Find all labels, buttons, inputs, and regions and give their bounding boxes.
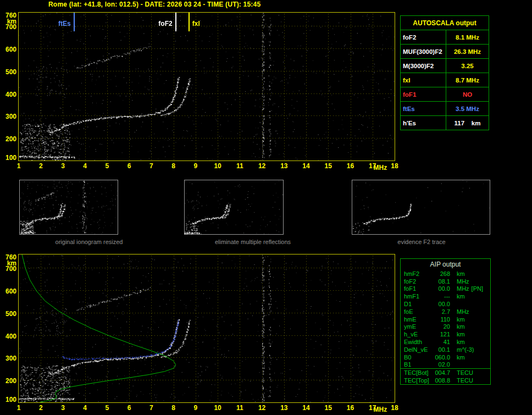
top-y-tick-label: 300 bbox=[2, 113, 16, 120]
tec-row-TEC[Top]: TEC[Top]008.8TECU bbox=[401, 377, 490, 384]
autoscala-param-value: NO bbox=[446, 87, 489, 101]
top-x-tick-label: 13 bbox=[280, 163, 287, 169]
bottom-x-tick-label: 13 bbox=[280, 405, 287, 411]
thumbnail-original-ionogram bbox=[19, 180, 118, 235]
aip-param-extra: [PN] bbox=[469, 285, 483, 292]
aip-param-value: 00.0 bbox=[431, 285, 450, 292]
top-y-tick-label: 400 bbox=[2, 91, 16, 98]
bottom-x-tick-label: 3 bbox=[61, 405, 65, 411]
aip-param-unit: km bbox=[450, 323, 465, 330]
autoscala-app-window: Rome (lat: +41.8, lon: 012.5) - DATE: 20… bbox=[0, 0, 532, 415]
aip-row-hmF1: hmF1---km bbox=[401, 292, 490, 300]
top-y-tick-label: 500 bbox=[2, 69, 16, 75]
aip-param-value: 41 bbox=[431, 339, 450, 345]
ionogram-top-canvas bbox=[19, 13, 395, 161]
autoscala-output-title: AUTOSCALA output bbox=[401, 16, 489, 30]
tec-param-unit: TECU bbox=[450, 369, 473, 376]
autoscala-row-ftEs: ftEs3.5 MHz bbox=[401, 101, 489, 115]
thumbnail-no-multiples-canvas bbox=[185, 180, 283, 234]
aip-param-name: h_vE bbox=[401, 331, 431, 337]
aip-param-value: 00.0 bbox=[431, 301, 450, 307]
autoscala-row-foF2: foF28.1 MHz bbox=[401, 30, 489, 44]
top-x-tick-label: 2 bbox=[39, 163, 43, 169]
aip-param-value: 110 bbox=[431, 316, 450, 323]
autoscala-row-M(3000)F2: M(3000)F23.25 bbox=[401, 58, 489, 73]
top-x-tick-label: 7 bbox=[149, 163, 153, 169]
bottom-x-tick-label: 18 bbox=[391, 405, 398, 411]
bottom-x-axis-unit-label: MHz bbox=[374, 406, 387, 413]
aip-row-D1: D100.0 bbox=[401, 300, 490, 308]
autoscala-param-label: ftEs bbox=[401, 102, 446, 115]
top-x-tick-label: 16 bbox=[347, 163, 354, 169]
aip-param-unit: km bbox=[450, 331, 465, 337]
aip-row-foE: foE2.7MHz bbox=[401, 308, 490, 316]
autoscala-row-h'Es: h'Es117 km bbox=[401, 115, 489, 130]
aip-param-value: 121 bbox=[431, 331, 450, 337]
top-x-tick-label: 14 bbox=[302, 163, 309, 169]
top-x-tick-label: 18 bbox=[391, 163, 398, 169]
thumbnail-caption-no-multiples: eliminate multiple reflections bbox=[215, 239, 291, 245]
aip-param-name: B0 bbox=[401, 354, 431, 361]
bottom-x-tick-label: 4 bbox=[83, 405, 87, 411]
bottom-y-tick-label: 200 bbox=[2, 378, 16, 384]
top-x-tick-label: 4 bbox=[83, 163, 87, 169]
autoscala-param-value: 3.5 MHz bbox=[446, 102, 489, 115]
aip-param-value: 20 bbox=[431, 323, 450, 330]
aip-param-value: 08.1 bbox=[431, 278, 450, 285]
thumbnail-caption-f2-trace: evidence F2 trace bbox=[397, 239, 445, 245]
top-y-tick-label: 200 bbox=[2, 136, 16, 142]
aip-row-hmF2: hmF2268km bbox=[401, 270, 490, 278]
thumbnail-no-multiples bbox=[184, 180, 284, 235]
aip-output-panel: AIP output hmF2268kmfoF208.1MHzfoF100.0M… bbox=[400, 258, 491, 385]
autoscala-param-label: fxI bbox=[401, 73, 446, 87]
aip-param-name: hmE bbox=[401, 316, 431, 323]
aip-output-title: AIP output bbox=[401, 259, 490, 270]
aip-param-value: 00.1 bbox=[431, 346, 450, 353]
bottom-y-tick-label: 100 bbox=[2, 396, 16, 403]
aip-param-name: foE bbox=[401, 308, 431, 315]
autoscala-param-label: foF2 bbox=[401, 30, 446, 44]
aip-param-unit: km bbox=[450, 293, 465, 300]
autoscala-row-fxI: fxI8.7 MHz bbox=[401, 73, 489, 87]
aip-param-unit: MHz bbox=[450, 285, 469, 292]
aip-param-unit: km bbox=[450, 316, 465, 323]
top-x-axis-unit-label: MHz bbox=[374, 164, 387, 171]
tec-param-name: TEC[Top] bbox=[401, 377, 431, 384]
aip-row-h_vE: h_vE121km bbox=[401, 330, 490, 338]
aip-param-name: hmF1 bbox=[401, 293, 431, 300]
top-x-tick-label: 6 bbox=[128, 163, 131, 169]
aip-rows: hmF2268kmfoF208.1MHzfoF100.0MHz[PN]hmF1-… bbox=[401, 270, 490, 368]
aip-param-unit: km bbox=[450, 339, 465, 345]
autoscala-param-label: M(3000)F2 bbox=[401, 59, 446, 73]
station-header: Rome (lat: +41.8, lon: 012.5) - DATE: 20… bbox=[48, 1, 261, 8]
tec-row-TEC[Bot]: TEC[Bot]004.7TECU bbox=[401, 369, 490, 377]
bottom-x-tick-label: 2 bbox=[39, 405, 43, 411]
ionogram-plot-top bbox=[18, 12, 395, 161]
aip-row-hmE: hmE110km bbox=[401, 316, 490, 323]
top-x-tick-label: 3 bbox=[61, 163, 65, 169]
autoscala-param-label: h'Es bbox=[401, 116, 446, 130]
aip-param-name: foF2 bbox=[401, 278, 431, 285]
aip-param-value: 2.7 bbox=[431, 308, 450, 315]
thumbnail-caption-original: original ionogram resized bbox=[56, 239, 123, 245]
aip-param-value: 060.0 bbox=[431, 354, 450, 361]
bottom-x-tick-label: 12 bbox=[258, 405, 265, 411]
tec-param-name: TEC[Bot] bbox=[401, 369, 431, 376]
top-x-tick-label: 8 bbox=[171, 163, 175, 169]
top-x-tick-label: 11 bbox=[236, 163, 243, 169]
autoscala-param-value: 3.25 bbox=[446, 59, 489, 73]
bottom-y-tick-label: 300 bbox=[2, 355, 16, 362]
bottom-x-tick-label: 5 bbox=[106, 405, 109, 411]
aip-param-name: foF1 bbox=[401, 285, 431, 292]
aip-row-B1: B102.0 bbox=[401, 361, 490, 369]
top-x-tick-label: 10 bbox=[214, 163, 221, 169]
aip-param-name: Ewidth bbox=[401, 339, 431, 345]
bottom-y-tick-label: 600 bbox=[2, 288, 16, 295]
autoscala-row-foF1: foF1NO bbox=[401, 87, 489, 101]
bottom-x-tick-label: 7 bbox=[149, 405, 153, 411]
top-y-tick-label: 600 bbox=[2, 46, 16, 53]
aip-param-unit: MHz bbox=[450, 308, 469, 315]
tec-param-value: 008.8 bbox=[431, 377, 450, 384]
autoscala-param-value: 8.1 MHz bbox=[446, 30, 489, 44]
aip-param-value: 02.0 bbox=[431, 361, 450, 368]
